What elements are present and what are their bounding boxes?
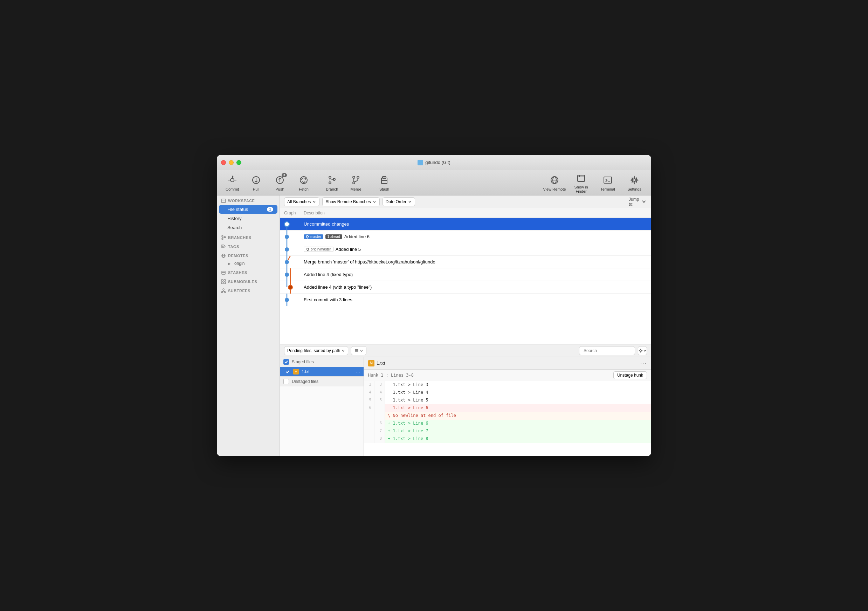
branch-button[interactable]: Branch <box>321 172 343 193</box>
svg-rect-40 <box>222 279 223 281</box>
commit-description-cell: origin/master Added line 5 <box>301 247 651 252</box>
hunk-header: Hunk 1 : Lines 3-8 Unstage hunk <box>364 370 651 381</box>
svg-point-12 <box>353 176 355 178</box>
svg-point-55 <box>285 247 289 251</box>
svg-line-49 <box>223 291 225 292</box>
fetch-icon <box>298 174 309 186</box>
svg-rect-22 <box>578 175 584 181</box>
table-row[interactable]: First commit with 3 lines <box>280 293 651 306</box>
settings-button[interactable]: Settings <box>622 172 647 193</box>
push-button[interactable]: 3 Push <box>269 172 291 193</box>
unstaged-checkbox[interactable] <box>284 379 289 384</box>
window-title: gitundo (Git) <box>417 160 451 165</box>
svg-rect-39 <box>222 271 225 273</box>
svg-point-8 <box>329 176 331 178</box>
line-numbers: 6 <box>364 404 385 412</box>
file-checkbox[interactable] <box>285 369 290 375</box>
unstage-hunk-button[interactable]: Unstage hunk <box>613 371 647 379</box>
commit-description-cell: Merge branch 'master' of https://bitbuck… <box>301 259 651 265</box>
staged-files-header[interactable]: Staged files <box>280 357 364 367</box>
unstaged-files-header[interactable]: Unstaged files <box>280 376 364 386</box>
gear-button[interactable] <box>638 346 647 355</box>
stashes-section: STASHES <box>217 267 279 276</box>
table-row[interactable]: Added line 4 (fixed typo) <box>280 268 651 281</box>
diff-line: 3 3 1.txt > Line 3 <box>364 381 651 389</box>
sidebar-item-history[interactable]: History <box>219 214 277 223</box>
commit-button[interactable]: Commit <box>221 172 243 193</box>
finder-icon <box>575 172 587 184</box>
merge-label: Merge <box>350 187 361 191</box>
svg-point-58 <box>285 260 289 264</box>
staged-checkbox[interactable] <box>284 359 289 365</box>
graph-cell <box>280 243 301 256</box>
gear-icon <box>638 348 643 353</box>
origin-tag: origin/master <box>304 247 333 252</box>
maximize-button[interactable] <box>236 160 241 165</box>
minimize-button[interactable] <box>229 160 234 165</box>
pull-button[interactable]: Pull <box>245 172 267 193</box>
svg-point-14 <box>357 176 359 178</box>
left-line-num <box>364 412 374 420</box>
view-remote-button[interactable]: View Remote <box>542 172 567 193</box>
svg-point-44 <box>223 289 224 290</box>
table-row[interactable]: Uncommitted changes <box>280 218 651 231</box>
list-view-button[interactable] <box>351 346 366 355</box>
close-button[interactable] <box>221 160 226 165</box>
commit-icon <box>226 174 238 186</box>
left-line-num: 3 <box>364 381 374 389</box>
diff-file-icon: M <box>368 360 374 366</box>
workspace-section: WORKSPACE <box>217 195 279 205</box>
remote-filter-dropdown[interactable]: Show Remote Branches <box>322 197 379 206</box>
diff-line: 8 + 1.txt > Line 8 <box>364 435 651 443</box>
fetch-button[interactable]: Fetch <box>293 172 315 193</box>
svg-rect-25 <box>604 177 612 183</box>
toolbar-right: View Remote Show in Finder <box>542 172 647 193</box>
search-input[interactable] <box>584 348 636 353</box>
diff-line-content: \ No newline at end of file <box>385 412 651 420</box>
file-more-button[interactable]: ··· <box>356 369 360 375</box>
svg-point-9 <box>329 182 331 184</box>
table-row[interactable]: master 1 ahead Added line 6 <box>280 231 651 243</box>
right-line-num: 3 <box>374 381 385 389</box>
stash-button[interactable]: Stash <box>373 172 395 193</box>
graph-cell <box>280 281 301 293</box>
pull-icon <box>250 174 262 186</box>
left-line-num <box>364 427 374 435</box>
diff-header: M 1.txt ··· <box>364 357 651 370</box>
file-status-badge: 1 <box>267 207 273 212</box>
terminal-button[interactable]: Terminal <box>595 172 620 193</box>
branch-filter-dropdown[interactable]: All Branches <box>284 197 319 206</box>
settings-icon <box>629 174 640 186</box>
branch-icon <box>327 174 338 186</box>
line-numbers: 8 <box>364 435 385 443</box>
sidebar-item-file-status[interactable]: File status 1 <box>219 205 277 214</box>
sidebar-item-search[interactable]: Search <box>219 223 277 232</box>
diff-line-content: 1.txt > Line 3 <box>385 381 651 389</box>
sidebar-item-origin[interactable]: ▶ origin <box>217 260 279 267</box>
terminal-label: Terminal <box>600 187 615 191</box>
date-filter-dropdown[interactable]: Date Order <box>383 197 415 206</box>
diff-line: 6 + 1.txt > Line 6 <box>364 420 651 427</box>
table-row[interactable]: Added linee 4 (with a typo "linee") <box>280 281 651 293</box>
file-list-panel: Staged files M 1.txt ··· Unsta <box>280 357 364 456</box>
diff-content: Hunk 1 : Lines 3-8 Unstage hunk 3 3 1.tx… <box>364 370 651 456</box>
line-numbers: 5 5 <box>364 397 385 404</box>
list-item[interactable]: M 1.txt ··· <box>280 367 364 376</box>
stash-icon <box>379 174 390 186</box>
commit-col-header: Graph Description <box>280 208 651 218</box>
show-in-finder-label: Show in Finder <box>569 185 594 193</box>
toolbar: Commit Pull 3 Push <box>217 170 651 195</box>
merge-button[interactable]: Merge <box>345 172 367 193</box>
table-row[interactable]: Merge branch 'master' of https://bitbuck… <box>280 256 651 268</box>
table-row[interactable]: origin/master Added line 5 <box>280 243 651 256</box>
sidebar: WORKSPACE File status 1 History Search <box>217 195 280 456</box>
commit-description-cell: Uncommitted changes <box>301 222 651 227</box>
left-line-num: 4 <box>364 389 374 397</box>
submodules-section: SUBMODULES <box>217 276 279 285</box>
diff-more-button[interactable]: ··· <box>640 360 647 366</box>
line-numbers: 7 <box>364 427 385 435</box>
pending-files-dropdown[interactable]: Pending files, sorted by path <box>284 346 348 355</box>
svg-point-0 <box>231 178 234 182</box>
tags-section: TAGS <box>217 241 279 251</box>
show-in-finder-button[interactable]: Show in Finder <box>569 172 594 193</box>
